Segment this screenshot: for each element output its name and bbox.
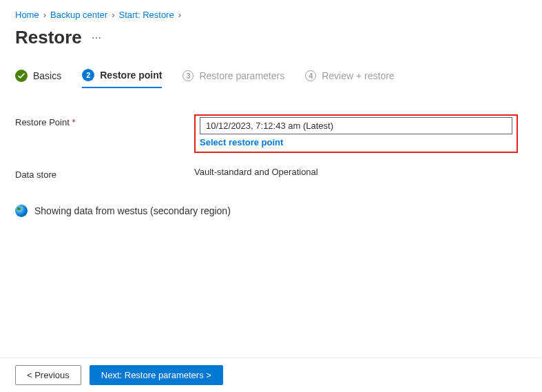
step-number-icon: 3: [183, 70, 194, 81]
data-store-row: Data store Vault-standard and Operationa…: [15, 167, 527, 180]
next-button[interactable]: Next: Restore parameters >: [90, 365, 223, 385]
checkmark-icon: [15, 70, 28, 82]
tab-restore-parameters[interactable]: 3 Restore parameters: [183, 70, 284, 87]
data-store-value: Vault-standard and Operational: [194, 167, 527, 177]
chevron-right-icon: ›: [112, 10, 114, 20]
breadcrumb: Home › Backup center › Start: Restore ›: [0, 0, 542, 23]
step-number-icon: 4: [305, 70, 316, 81]
tab-review-restore[interactable]: 4 Review + restore: [305, 70, 394, 87]
breadcrumb-start-restore[interactable]: Start: Restore: [118, 10, 174, 20]
page-header: Restore ⋯: [0, 23, 542, 69]
required-icon: *: [72, 117, 75, 127]
tab-label: Review + restore: [322, 70, 394, 81]
wizard-tabs: Basics 2 Restore point 3 Restore paramet…: [0, 69, 542, 96]
restore-point-label: Restore Point *: [15, 114, 194, 127]
chevron-right-icon: ›: [178, 10, 181, 20]
data-store-label: Data store: [15, 167, 194, 180]
globe-icon: [15, 205, 28, 217]
tab-restore-point[interactable]: 2 Restore point: [82, 69, 162, 88]
region-info: Showing data from westus (secondary regi…: [0, 194, 542, 228]
tab-label: Restore point: [100, 70, 162, 81]
breadcrumb-home[interactable]: Home: [15, 10, 39, 20]
step-number-icon: 2: [82, 69, 94, 81]
restore-point-highlight: Select restore point: [194, 114, 518, 153]
region-message: Showing data from westus (secondary regi…: [34, 205, 231, 216]
select-restore-point-link[interactable]: Select restore point: [200, 137, 283, 147]
tab-label: Basics: [33, 70, 61, 81]
chevron-right-icon: ›: [43, 10, 46, 20]
previous-button[interactable]: < Previous: [15, 365, 81, 385]
breadcrumb-backup-center[interactable]: Backup center: [50, 10, 107, 20]
restore-point-input[interactable]: [200, 117, 512, 134]
tab-label: Restore parameters: [199, 70, 284, 81]
wizard-footer: < Previous Next: Restore parameters >: [0, 358, 542, 392]
form-content: Restore Point * Select restore point Dat…: [0, 96, 542, 180]
page-title: Restore: [15, 27, 82, 48]
more-actions-icon[interactable]: ⋯: [92, 32, 103, 43]
restore-point-row: Restore Point * Select restore point: [15, 114, 527, 153]
tab-basics[interactable]: Basics: [15, 70, 61, 87]
